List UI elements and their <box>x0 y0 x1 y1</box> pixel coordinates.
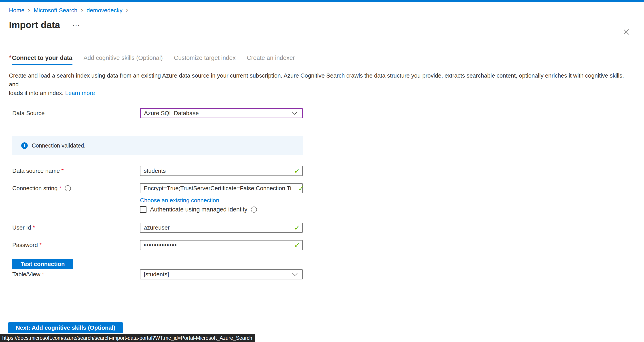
chevron-down-icon <box>292 112 298 115</box>
status-url-bar: https://docs.microsoft.com/azure/search/… <box>0 334 255 342</box>
managed-identity-label: Authenticate using managed identity <box>150 206 247 213</box>
tab-label: Add cognitive skills (Optional) <box>84 54 163 65</box>
breadcrumb: Home > Microsoft.Search > demovedecky > <box>9 7 634 14</box>
connection-string-input[interactable] <box>140 183 303 193</box>
user-id-row: User Id * ✓ <box>12 223 634 233</box>
table-view-value: [students] <box>144 271 169 278</box>
chevron-down-icon <box>292 273 298 276</box>
label-text: Table/View <box>12 271 40 278</box>
label-text: User Id <box>12 224 31 231</box>
tab-connect-to-your-data[interactable]: * Connect to your data <box>9 54 72 65</box>
connection-string-row: Connection string * i ✓ <box>12 183 634 193</box>
label-text: Connection string <box>12 185 58 192</box>
password-label: Password * <box>12 242 140 248</box>
required-marker: * <box>59 185 61 192</box>
connection-string-label: Connection string * i <box>12 185 140 192</box>
required-marker: * <box>61 168 64 174</box>
data-source-name-row: Data source name * ✓ <box>12 166 634 176</box>
test-connection-button[interactable]: Test connection <box>12 258 73 269</box>
tab-label: Customize target index <box>174 54 236 65</box>
next-button[interactable]: Next: Add cognitive skills (Optional) <box>8 322 123 333</box>
title-row: Import data ... <box>9 19 634 31</box>
description-line1: Create and load a search index using dat… <box>9 72 624 88</box>
breadcrumb-demovedecky[interactable]: demovedecky <box>86 7 122 14</box>
data-source-name-label: Data source name * <box>12 168 140 174</box>
user-id-input[interactable] <box>140 223 303 233</box>
choose-existing-connection-link[interactable]: Choose an existing connection <box>140 197 219 204</box>
data-source-value: Azure SQL Database <box>144 110 199 117</box>
password-input[interactable] <box>140 240 303 250</box>
table-view-row: Table/View * [students] <box>12 269 634 280</box>
data-source-row: Data Source Azure SQL Database <box>12 108 634 118</box>
description-line2: loads it into an index. <box>9 90 64 96</box>
table-view-dropdown[interactable]: [students] <box>140 269 303 280</box>
tab-create-an-indexer[interactable]: Create an indexer <box>247 54 295 65</box>
data-source-dropdown[interactable]: Azure SQL Database <box>140 108 303 118</box>
required-marker: * <box>42 271 44 278</box>
data-source-label: Data Source <box>12 110 140 117</box>
info-tooltip-icon[interactable]: i <box>65 185 71 191</box>
tab-add-cognitive-skills[interactable]: Add cognitive skills (Optional) <box>84 54 163 65</box>
tab-bar: * Connect to your data Add cognitive ski… <box>9 54 634 65</box>
top-accent-bar <box>0 0 644 2</box>
import-data-blade: Home > Microsoft.Search > demovedecky > … <box>0 7 644 280</box>
breadcrumb-home[interactable]: Home <box>9 7 24 14</box>
more-actions-icon[interactable]: ... <box>73 22 80 24</box>
breadcrumb-separator-icon: > <box>81 8 83 14</box>
password-row: Password * ✓ <box>12 240 634 250</box>
table-view-label: Table/View * <box>12 271 140 278</box>
page-title: Import data <box>9 20 60 30</box>
close-icon[interactable] <box>622 28 630 36</box>
breadcrumb-microsoft-search[interactable]: Microsoft.Search <box>34 7 77 14</box>
managed-identity-row: Authenticate using managed identity i <box>140 206 634 213</box>
connection-validated-banner: i Connection validated. <box>12 136 303 155</box>
user-id-label: User Id * <box>12 224 140 231</box>
required-marker: * <box>33 224 35 231</box>
info-tooltip-icon[interactable]: i <box>251 206 257 212</box>
label-text: Data source name <box>12 168 60 174</box>
page-description: Create and load a search index using dat… <box>9 71 634 98</box>
tab-label: Create an indexer <box>247 54 295 65</box>
info-icon: i <box>21 142 28 149</box>
label-text: Password <box>12 242 38 248</box>
learn-more-link[interactable]: Learn more <box>65 90 95 96</box>
required-marker: * <box>39 242 42 248</box>
close-x-glyph <box>623 29 630 35</box>
breadcrumb-separator-icon: > <box>28 8 30 14</box>
banner-text: Connection validated. <box>32 142 86 149</box>
tab-label: Connect to your data <box>12 54 72 65</box>
managed-identity-checkbox[interactable] <box>140 206 146 213</box>
breadcrumb-separator-icon: > <box>126 8 128 14</box>
required-marker: * <box>9 54 12 60</box>
data-source-name-input[interactable] <box>140 166 303 176</box>
tab-customize-target-index[interactable]: Customize target index <box>174 54 236 65</box>
label-text: Data Source <box>12 110 45 117</box>
